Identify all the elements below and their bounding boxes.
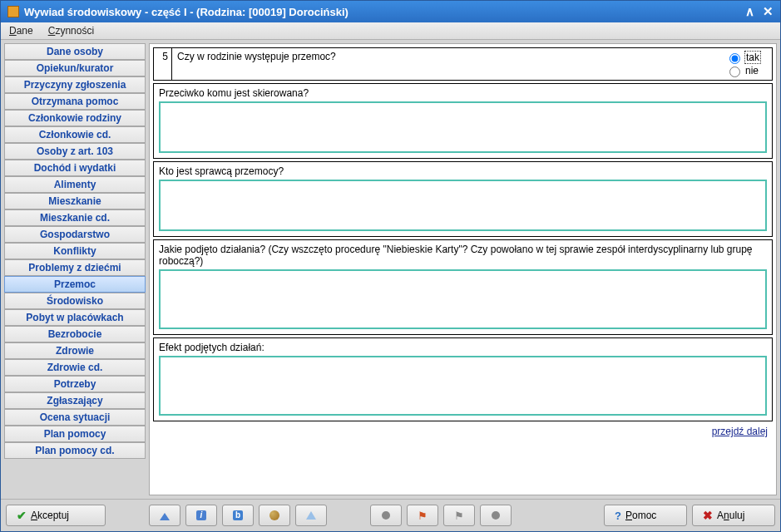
help-button[interactable]: ? Pomoc <box>604 505 687 526</box>
menu-dane[interactable]: Dane <box>9 25 33 37</box>
dot2-icon <box>492 511 500 520</box>
sidebar: Dane osobyOpiekun/kuratorPrzyczyny zgłos… <box>4 43 146 495</box>
sidebar-item-10[interactable]: Mieszkanie cd. <box>4 209 146 226</box>
sidebar-item-19[interactable]: Zdrowie cd. <box>4 359 146 376</box>
footer-toolbar: ✔ Akceptuj i b ⚑ ⚑ ? Pomoc ✖ Anuluj <box>1 499 780 531</box>
sidebar-item-9[interactable]: Mieszkanie <box>4 193 146 209</box>
sidebar-item-13[interactable]: Problemy z dziećmi <box>4 259 146 276</box>
radio-yes-input[interactable] <box>729 53 740 64</box>
sidebar-item-3[interactable]: Otrzymana pomoc <box>4 93 146 110</box>
sidebar-item-18[interactable]: Zdrowie <box>4 342 146 359</box>
sidebar-item-24[interactable]: Plan pomocy cd. <box>4 442 146 459</box>
home-button[interactable] <box>149 505 180 526</box>
dot1-button[interactable] <box>370 505 402 526</box>
section-target: Przeciwko komu jest skierowana? <box>153 83 773 159</box>
content-panel: 5 Czy w rodzinie występuje przemoc? tak … <box>149 43 777 495</box>
dot-icon <box>382 511 390 520</box>
bold-button[interactable]: b <box>222 505 254 526</box>
next-row: przejdź dalej <box>153 424 773 437</box>
help-label: omoc <box>632 510 656 521</box>
menu-czynnosci[interactable]: Czynności <box>48 25 94 37</box>
sidebar-item-5[interactable]: Członkowie cd. <box>4 126 146 143</box>
accept-button[interactable]: ✔ Akceptuj <box>6 505 106 526</box>
sidebar-item-23[interactable]: Plan pomocy <box>4 426 146 442</box>
pin2-button[interactable]: ⚑ <box>443 505 475 526</box>
sidebar-item-14[interactable]: Przemoc <box>4 276 146 293</box>
pin-orange-icon: ⚑ <box>418 510 428 522</box>
sidebar-item-6[interactable]: Osoby z art. 103 <box>4 143 146 160</box>
sidebar-item-17[interactable]: Bezrobocie <box>4 326 146 342</box>
sidebar-item-1[interactable]: Opiekun/kurator <box>4 60 146 76</box>
sidebar-item-2[interactable]: Przyczyny zgłoszenia <box>4 76 146 93</box>
pin1-button[interactable]: ⚑ <box>407 505 438 526</box>
window-title: Wywiad środowiskowy - część I - (Rodzina… <box>24 6 745 18</box>
radio-no[interactable]: nie <box>725 64 767 77</box>
sidebar-item-11[interactable]: Gospodarstwo <box>4 226 146 243</box>
triangle-up-icon <box>306 511 316 520</box>
app-icon <box>7 6 19 17</box>
section-offender-label: Kto jest sprawcą przemocy? <box>159 165 767 177</box>
question-row: 5 Czy w rodzinie występuje przemoc? tak … <box>153 47 773 81</box>
up-button[interactable] <box>295 505 327 526</box>
sidebar-item-16[interactable]: Pobyt w placówkach <box>4 309 146 326</box>
sidebar-item-22[interactable]: Ocena sytuacji <box>4 409 146 426</box>
radio-yes[interactable]: tak <box>725 51 767 64</box>
globe-icon <box>269 510 279 520</box>
section-actions-input[interactable] <box>159 269 767 329</box>
sidebar-item-15[interactable]: Środowisko <box>4 293 146 309</box>
help-icon: ? <box>615 510 621 522</box>
menubar: Dane Czynności <box>1 22 780 40</box>
accept-label: kceptuj <box>37 510 69 521</box>
titlebar[interactable]: Wywiad środowiskowy - część I - (Rodzina… <box>1 1 780 22</box>
globe-button[interactable] <box>259 505 290 526</box>
body: Dane osobyOpiekun/kuratorPrzyczyny zgłos… <box>1 40 780 499</box>
section-offender-input[interactable] <box>159 180 767 231</box>
cancel-button[interactable]: ✖ Anuluj <box>692 505 775 526</box>
question-text: Czy w rodzinie występuje przemoc? <box>177 51 725 77</box>
radio-no-input[interactable] <box>729 66 740 77</box>
home-icon <box>160 513 170 520</box>
radio-yes-label: tak <box>745 52 760 63</box>
section-target-input[interactable] <box>159 101 767 153</box>
section-actions-label: Jakie podjęto działania? (Czy wszczęto p… <box>159 244 767 267</box>
check-icon: ✔ <box>17 509 27 522</box>
next-link[interactable]: przejdź dalej <box>712 426 768 437</box>
section-actions: Jakie podjęto działania? (Czy wszczęto p… <box>153 239 773 335</box>
pin-grey-icon: ⚑ <box>454 510 464 522</box>
radio-no-label: nie <box>745 65 759 76</box>
close-icon[interactable]: ✕ <box>763 4 774 19</box>
sidebar-item-0[interactable]: Dane osoby <box>4 43 146 60</box>
section-target-label: Przeciwko komu jest skierowana? <box>159 87 767 99</box>
cancel-icon: ✖ <box>703 509 713 522</box>
section-effect-label: Efekt podjętych działań: <box>159 342 767 353</box>
info-button[interactable]: i <box>185 505 217 526</box>
info-icon: i <box>196 510 206 520</box>
bold-icon: b <box>233 510 243 520</box>
sidebar-item-21[interactable]: Zgłaszający <box>4 392 146 409</box>
sidebar-item-8[interactable]: Alimenty <box>4 176 146 193</box>
minimize-icon[interactable]: ∧ <box>745 4 754 19</box>
radio-group: tak nie <box>725 51 767 77</box>
section-effect: Efekt podjętych działań: <box>153 337 773 421</box>
window: Wywiad środowiskowy - część I - (Rodzina… <box>0 0 781 532</box>
section-offender: Kto jest sprawcą przemocy? <box>153 161 773 237</box>
cancel-label: uluj <box>729 510 745 521</box>
sidebar-item-4[interactable]: Członkowie rodziny <box>4 110 146 126</box>
section-effect-input[interactable] <box>159 356 767 416</box>
dot2-button[interactable] <box>480 505 512 526</box>
sidebar-item-7[interactable]: Dochód i wydatki <box>4 160 146 176</box>
question-number: 5 <box>154 48 172 80</box>
sidebar-item-20[interactable]: Potrzeby <box>4 376 146 392</box>
sidebar-item-12[interactable]: Konflikty <box>4 243 146 259</box>
